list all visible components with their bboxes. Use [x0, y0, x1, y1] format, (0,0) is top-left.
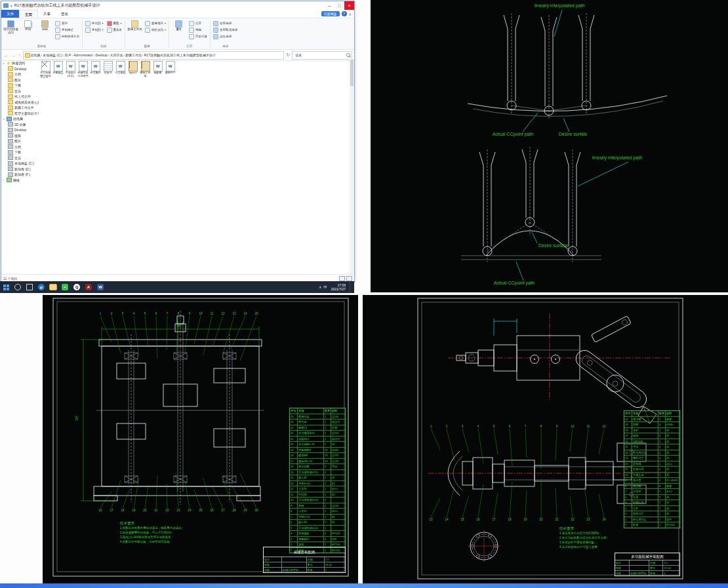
file-item[interactable]: 外文翻译 — [89, 61, 102, 78]
sidebar-network[interactable]: › 网络 — [1, 178, 39, 184]
breadcrumb-segment[interactable]: Desktop — [95, 53, 107, 57]
up-button[interactable]: ↑ — [18, 53, 22, 58]
sidebar-item[interactable]: 有空主题班好尺寸全 — [1, 111, 39, 117]
properties-button[interactable]: 属性 — [171, 19, 187, 33]
caret-icon[interactable]: ∨ — [3, 62, 5, 65]
sidebar-item[interactable]: 文档 — [1, 71, 39, 77]
sidebar-item[interactable]: 线上传文件 — [1, 94, 39, 100]
sidebar-quick-access[interactable]: ∨ 快速访问 — [1, 60, 39, 66]
sidebar-item[interactable]: 3D 对象 — [1, 122, 39, 128]
copy-to-button[interactable]: 复制到▾ — [84, 27, 105, 33]
sidebar-item[interactable]: 下载 — [1, 83, 39, 88]
notification-edge[interactable] — [350, 281, 353, 293]
taskbar-clock[interactable]: 17:09 2021/7/27 — [329, 283, 348, 291]
help-icon[interactable]: ? — [342, 11, 347, 16]
sidebar-item[interactable]: 图片 — [1, 138, 39, 144]
close-button[interactable]: × — [344, 1, 354, 10]
cut-button[interactable]: 剪切 — [54, 20, 81, 26]
list-view-icon[interactable] — [339, 276, 345, 281]
wechat-icon[interactable]: •• — [59, 281, 71, 293]
caret-icon[interactable]: ∨ — [3, 117, 5, 121]
breadcrumb-segment[interactable]: 大四毕设 — [110, 53, 123, 57]
paste-button[interactable]: 粘贴 — [37, 19, 53, 33]
breadcrumb-segment[interactable]: 用户 — [65, 53, 71, 57]
breadcrumb[interactable]: 此电脑›本地磁盘 (C:)›用户›Administrator›Desktop›大… — [23, 51, 285, 60]
scrollbar-thumb[interactable] — [350, 60, 354, 86]
sidebar-item[interactable]: 本地磁盘 (C:) — [1, 161, 39, 167]
minimize-button[interactable]: – — [325, 1, 334, 10]
file-item[interactable]: 装配图 — [152, 61, 164, 78]
sidebar-item[interactable]: 新加卷 (F:) — [1, 172, 39, 178]
sidebar-item[interactable]: 图片 — [1, 77, 39, 83]
edge-browser-icon[interactable]: e — [35, 281, 47, 293]
bom-cell: V形指块 — [632, 439, 658, 444]
copy-button[interactable]: 复制 — [20, 19, 36, 33]
delete-button[interactable]: 删除▾ — [106, 20, 124, 26]
breadcrumb-segment[interactable]: Administrator — [73, 53, 92, 57]
edit-button[interactable]: 编辑 — [188, 27, 209, 33]
word-app-icon[interactable]: W — [94, 281, 106, 293]
paste-shortcut-button[interactable]: 粘贴快捷方式 — [54, 33, 81, 39]
file-item[interactable]: 机械手设计说明书 — [77, 61, 89, 78]
copy-path-button[interactable]: 复制路径 — [54, 27, 81, 33]
caret-icon[interactable]: › — [3, 178, 5, 182]
file-item[interactable]: R17连接触式齿轮加工线上多功能爬型机械手设计图 — [39, 61, 52, 78]
sidebar-item[interactable]: 音乐 — [1, 88, 39, 94]
ribbon-collapse-icon[interactable]: ∧ — [349, 12, 352, 16]
vertical-scrollbar[interactable] — [350, 59, 354, 275]
sidebar-item[interactable]: 新疆工作文件 — [1, 105, 39, 111]
move-to-button[interactable]: 移动到▾ — [84, 20, 105, 26]
breadcrumb-segment[interactable]: R17连接触式齿轮加工线上多功能爬型机械手设计 — [144, 53, 216, 57]
cad-app-icon[interactable]: A — [83, 281, 94, 293]
search-input[interactable] — [294, 52, 346, 58]
back-button[interactable]: ← — [3, 53, 9, 58]
new-item-button[interactable]: 新建项目▾ — [144, 20, 167, 26]
sidebar-item[interactable]: 音乐 — [1, 155, 39, 161]
quick-access-toolbar-caret-icon[interactable]: ▾ — [10, 4, 12, 8]
thumbnail-view-icon[interactable] — [346, 276, 352, 281]
baidu-netdisk-button[interactable]: 百度网盘 — [321, 11, 340, 16]
sidebar-item[interactable]: 下载 — [1, 149, 39, 155]
file-item[interactable]: 答辩PPT — [164, 61, 176, 78]
easy-access-button[interactable]: 轻松访问▾ — [144, 27, 167, 33]
taskbar-search-icon[interactable] — [12, 281, 24, 293]
tab-share[interactable]: 共享 — [38, 10, 56, 18]
sidebar-item[interactable]: 威海模具体系七批工 — [1, 100, 39, 106]
maximize-button[interactable]: □ — [334, 1, 344, 10]
refresh-icon[interactable]: ↻ — [285, 52, 291, 58]
sidebar-item[interactable]: 新加卷 (D:) — [1, 167, 39, 172]
sidebar-item[interactable]: Desktop — [1, 127, 39, 133]
tab-view[interactable]: 查看 — [56, 10, 73, 18]
task-view-icon[interactable] — [24, 281, 35, 293]
file-item[interactable]: figure1 — [127, 61, 139, 78]
breadcrumb-segment[interactable]: 本地磁盘 (C:) — [43, 53, 62, 57]
breadcrumb-segment[interactable]: 新疆工作坊 — [125, 53, 142, 57]
select-all-button[interactable]: 全部选择 — [212, 20, 239, 26]
ime-indicator[interactable]: 中 — [323, 285, 327, 290]
sidebar-item[interactable]: 文档 — [1, 144, 39, 150]
select-none-button[interactable]: 全部取消选择 — [212, 27, 239, 33]
forward-button[interactable]: → — [10, 53, 16, 58]
file-item[interactable]: 图纸工作包 — [139, 61, 152, 78]
sidebar-item[interactable]: Desktop — [1, 66, 39, 72]
invert-selection-button[interactable]: 反向选择 — [212, 33, 239, 39]
file-explorer-icon[interactable] — [47, 281, 59, 293]
file-item[interactable]: 开题报告 — [52, 61, 64, 78]
file-item[interactable]: 毕业设计(论文) — [64, 61, 77, 78]
pin-quick-access-button[interactable]: 固定到快速访问 — [3, 19, 19, 36]
search-box[interactable] — [292, 51, 352, 60]
open-button[interactable]: 打开 — [188, 20, 209, 26]
new-folder-button[interactable]: 新建文件夹 — [127, 19, 143, 33]
tray-chevron-icon[interactable]: ∧ — [319, 285, 321, 289]
start-button[interactable] — [0, 281, 12, 293]
breadcrumb-segment[interactable]: 此电脑 — [31, 53, 41, 57]
tab-home[interactable]: 主页 — [19, 10, 38, 18]
rename-button[interactable]: 重命名 — [106, 27, 124, 33]
qq-icon[interactable]: Q — [71, 281, 83, 293]
file-item[interactable]: 论文终稿 — [114, 61, 127, 78]
history-button[interactable]: 历史记录 — [188, 33, 209, 39]
sidebar-this-pc[interactable]: ∨ 此电脑 — [1, 116, 39, 122]
sidebar-item[interactable]: 视频 — [1, 133, 39, 139]
file-item[interactable]: 任务书 — [102, 61, 114, 78]
tab-file[interactable]: 文件 — [1, 10, 19, 18]
